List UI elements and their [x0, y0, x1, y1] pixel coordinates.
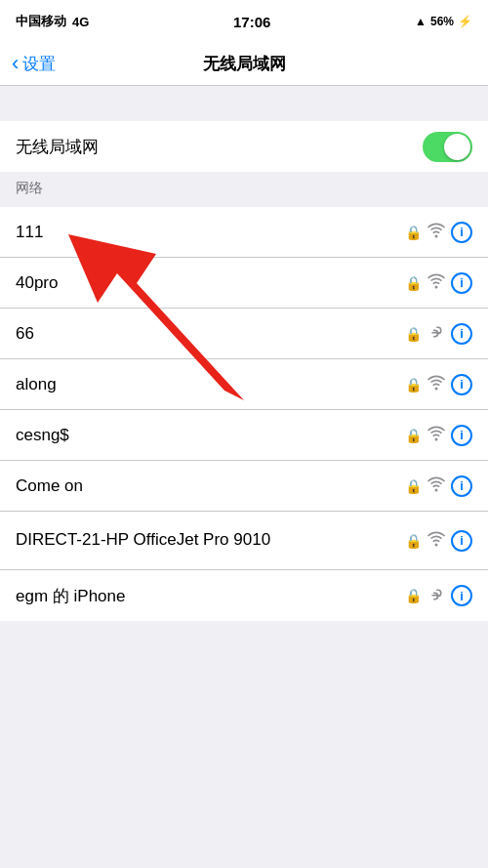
back-button[interactable]: ‹ 设置: [12, 53, 56, 75]
section-gap-1: 网络: [0, 172, 488, 207]
carrier-label: 中国移动: [16, 13, 66, 30]
link-icon: [427, 324, 445, 343]
wifi-signal-icon: [427, 476, 445, 495]
lock-icon: 🔒: [405, 275, 422, 291]
location-icon: ▲: [415, 15, 427, 28]
network-name: egm 的 iPhone: [16, 585, 405, 607]
network-row-egm[interactable]: egm 的 iPhone 🔒 i: [0, 570, 488, 621]
network-name: 66: [16, 324, 405, 344]
wifi-toggle[interactable]: [423, 132, 472, 162]
info-button[interactable]: i: [451, 585, 472, 606]
lock-icon: 🔒: [405, 225, 422, 240]
network-name: Come on: [16, 476, 405, 496]
battery-label: 56%: [430, 15, 454, 28]
battery-icon: ⚡: [458, 15, 472, 28]
status-left: 中国移动 4G: [16, 13, 89, 30]
network-name: cesng$: [16, 426, 405, 445]
network-icons: 🔒 i: [405, 323, 472, 345]
lock-icon: 🔒: [405, 326, 422, 342]
nav-bar: ‹ 设置 无线局域网: [0, 43, 488, 86]
network-row-111[interactable]: 111 🔒 i: [0, 207, 488, 258]
back-chevron-icon: ‹: [12, 53, 19, 74]
toggle-knob: [444, 134, 470, 160]
status-time: 17:06: [233, 14, 270, 30]
wifi-signal-icon: [427, 273, 445, 292]
wifi-signal-icon: [427, 531, 445, 550]
info-button[interactable]: i: [451, 272, 472, 294]
network-row-cesng[interactable]: cesng$ 🔒 i: [0, 410, 488, 461]
networks-header: 网络: [0, 172, 488, 203]
lock-icon: 🔒: [405, 533, 422, 549]
lock-icon: 🔒: [405, 428, 422, 443]
network-list: 111 🔒 i 40pro 🔒: [0, 207, 488, 621]
page-title: 无线局域网: [203, 53, 286, 75]
back-label: 设置: [22, 53, 56, 75]
wifi-signal-icon: [427, 426, 445, 444]
network-row-40pro[interactable]: 40pro 🔒 i: [0, 258, 488, 309]
info-button[interactable]: i: [451, 374, 472, 395]
network-row-66[interactable]: 66 🔒 i: [0, 309, 488, 359]
network-icons: 🔒 i: [405, 475, 472, 497]
network-icons: 🔒 i: [405, 272, 472, 294]
link-icon: [427, 587, 445, 605]
network-row-come-on[interactable]: Come on 🔒 i: [0, 461, 488, 512]
info-button[interactable]: i: [451, 425, 472, 446]
network-icons: 🔒 i: [405, 585, 472, 606]
network-icons: 🔒 i: [405, 425, 472, 446]
lock-icon: 🔒: [405, 478, 422, 494]
lock-icon: 🔒: [405, 588, 422, 603]
network-name: 40pro: [16, 273, 405, 293]
network-icons: 🔒 i: [405, 530, 472, 552]
network-name: 111: [16, 223, 405, 242]
wifi-signal-icon: [427, 375, 445, 393]
info-button[interactable]: i: [451, 323, 472, 345]
top-gap: [0, 86, 488, 121]
wifi-section: 无线局域网: [0, 121, 488, 172]
status-bar: 中国移动 4G 17:06 ▲ 56% ⚡: [0, 0, 488, 43]
status-right: ▲ 56% ⚡: [415, 15, 472, 28]
network-icons: 🔒 i: [405, 374, 472, 395]
network-name: along: [16, 375, 405, 394]
info-button[interactable]: i: [451, 530, 472, 552]
wifi-toggle-row: 无线局域网: [0, 121, 488, 172]
wifi-signal-icon: [427, 223, 445, 241]
wifi-label: 无线局域网: [16, 136, 99, 158]
info-button[interactable]: i: [451, 222, 472, 243]
lock-icon: 🔒: [405, 377, 422, 393]
info-button[interactable]: i: [451, 475, 472, 497]
network-row-direct[interactable]: DIRECT-21-HP OfficeJet Pro 9010 🔒 i: [0, 512, 488, 570]
network-icons: 🔒 i: [405, 222, 472, 243]
network-row-along[interactable]: along 🔒 i: [0, 359, 488, 410]
network-type: 4G: [72, 15, 89, 29]
network-name: DIRECT-21-HP OfficeJet Pro 9010: [16, 529, 405, 551]
